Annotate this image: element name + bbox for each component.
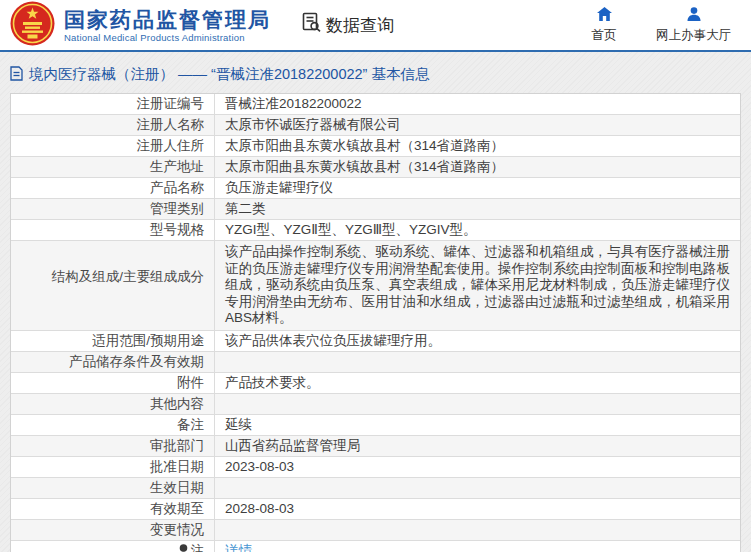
home-icon <box>597 7 612 24</box>
row-label: 生产地址 <box>11 157 214 177</box>
site-subtitle: National Medical Products Administration <box>64 32 271 43</box>
row-label: 审批部门 <box>11 436 214 456</box>
breadcrumb: 境内医疗器械（注册） —— “晋械注准20182200022” 基本信息 <box>0 52 751 93</box>
nav-home[interactable]: 首页 <box>580 7 628 44</box>
row-value: 产品技术要求。 <box>214 373 740 393</box>
details-link[interactable]: 详情 <box>225 543 252 552</box>
table-row: 产品名称 负压游走罐理疗仪 <box>11 177 740 198</box>
registration-info-table: 注册证编号 晋械注准20182200022 注册人名称 太原市怀诚医疗器械有限公… <box>10 93 741 552</box>
nav-online-hall[interactable]: 网上办事大厅 <box>656 7 731 44</box>
table-row: 生产地址 太原市阳曲县东黄水镇故县村（314省道路南） <box>11 156 740 177</box>
row-value <box>214 394 740 414</box>
table-row: 结构及组成/主要组成成分 该产品由操作控制系统、驱动系统、罐体、过滤器和机箱组成… <box>11 240 740 330</box>
row-value: 2028-08-03 <box>214 499 740 519</box>
row-value <box>214 520 740 540</box>
row-value <box>214 478 740 498</box>
row-label: 注册证编号 <box>11 94 214 114</box>
table-row: 管理类别 第二类 <box>11 198 740 219</box>
row-value: 太原市阳曲县东黄水镇故县村（314省道路南） <box>214 157 740 177</box>
row-label: 批准日期 <box>11 457 214 477</box>
table-row: 生效日期 <box>11 477 740 498</box>
site-logo-text: 国家药品监督管理局 National Medical Products Admi… <box>64 7 271 43</box>
row-value: 延续 <box>214 415 740 435</box>
row-label: 结构及组成/主要组成成分 <box>11 241 214 330</box>
row-value: 太原市阳曲县东黄水镇故县村（314省道路南） <box>214 136 740 156</box>
site-header: 国家药品监督管理局 National Medical Products Admi… <box>0 0 751 52</box>
doc-search-icon <box>301 12 326 38</box>
row-label: 备注 <box>11 415 214 435</box>
row-value: YZGI型、YZGⅡ型、YZGⅢ型、YZGIV型。 <box>214 220 740 240</box>
table-row: 注 详情 <box>11 540 740 552</box>
row-label: 变更情况 <box>11 520 214 540</box>
table-row: 附件 产品技术要求。 <box>11 372 740 393</box>
breadcrumb-text: 境内医疗器械（注册） —— “晋械注准20182200022” 基本信息 <box>29 65 429 84</box>
user-icon <box>687 7 701 24</box>
table-row: 批准日期 2023-08-03 <box>11 456 740 477</box>
row-value: 该产品由操作控制系统、驱动系统、罐体、过滤器和机箱组成，与具有医疗器械注册证的负… <box>214 241 740 330</box>
site-title: 国家药品监督管理局 <box>64 7 271 32</box>
document-icon <box>10 66 23 84</box>
row-label: 有效期至 <box>11 499 214 519</box>
row-value <box>214 352 740 372</box>
national-emblem-icon <box>10 1 55 50</box>
row-value: 负压游走罐理疗仪 <box>214 178 740 198</box>
nav-online-hall-label: 网上办事大厅 <box>656 27 731 44</box>
table-row: 变更情况 <box>11 519 740 540</box>
table-row: 注册人住所 太原市阳曲县东黄水镇故县村（314省道路南） <box>11 135 740 156</box>
row-value: 2023-08-03 <box>214 457 740 477</box>
row-label: 附件 <box>11 373 214 393</box>
table-row: 适用范围/预期用途 该产品供体表穴位负压拔罐理疗用。 <box>11 330 740 351</box>
data-query-label: 数据查询 <box>326 14 394 37</box>
table-row: 其他内容 <box>11 393 740 414</box>
table-row: 注册证编号 晋械注准20182200022 <box>11 94 740 114</box>
row-label: 其他内容 <box>11 394 214 414</box>
row-value: 该产品供体表穴位负压拔罐理疗用。 <box>214 331 740 351</box>
row-label: 产品名称 <box>11 178 214 198</box>
header-nav: 首页 网上办事大厅 <box>580 7 731 44</box>
row-value: 山西省药品监督管理局 <box>214 436 740 456</box>
nav-home-label: 首页 <box>592 27 617 44</box>
row-label: 产品储存条件及有效期 <box>11 352 214 372</box>
data-query-tab[interactable]: 数据查询 <box>301 12 394 38</box>
row-label: 注册人住所 <box>11 136 214 156</box>
table-row: 审批部门 山西省药品监督管理局 <box>11 435 740 456</box>
row-value: 晋械注准20182200022 <box>214 94 740 114</box>
row-value: 第二类 <box>214 199 740 219</box>
row-label: 适用范围/预期用途 <box>11 331 214 351</box>
bulb-icon <box>179 544 188 552</box>
row-label: 型号规格 <box>11 220 214 240</box>
row-label: 注 <box>11 541 214 552</box>
table-row: 备注 延续 <box>11 414 740 435</box>
row-value: 详情 <box>214 541 740 552</box>
row-label: 注册人名称 <box>11 115 214 135</box>
row-value: 太原市怀诚医疗器械有限公司 <box>214 115 740 135</box>
row-label: 生效日期 <box>11 478 214 498</box>
table-row: 型号规格 YZGI型、YZGⅡ型、YZGⅢ型、YZGIV型。 <box>11 219 740 240</box>
row-label: 管理类别 <box>11 199 214 219</box>
table-row: 产品储存条件及有效期 <box>11 351 740 372</box>
table-row: 注册人名称 太原市怀诚医疗器械有限公司 <box>11 114 740 135</box>
table-row: 有效期至 2028-08-03 <box>11 498 740 519</box>
